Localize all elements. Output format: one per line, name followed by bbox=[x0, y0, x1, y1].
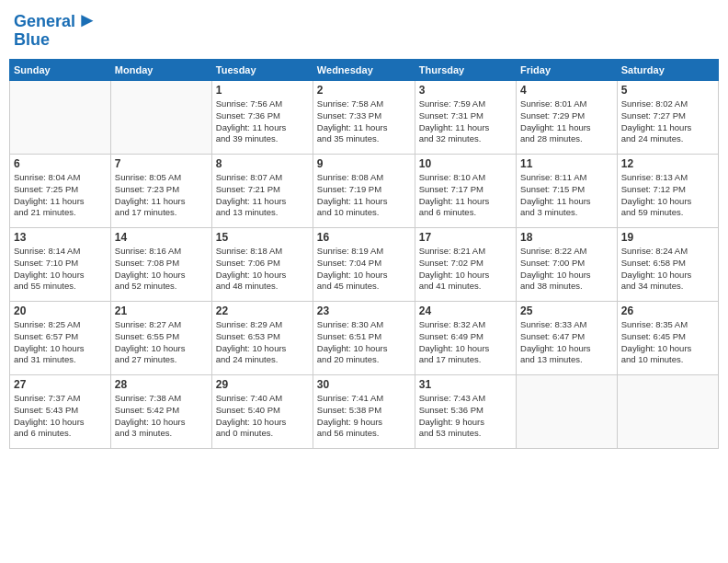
day-number: 9 bbox=[317, 157, 411, 170]
page-header: General► Blue bbox=[9, 9, 719, 50]
day-info: Sunrise: 8:24 AM Sunset: 6:58 PM Dayligh… bbox=[621, 246, 714, 293]
day-info: Sunrise: 8:30 AM Sunset: 6:51 PM Dayligh… bbox=[317, 319, 411, 366]
calendar-cell: 30Sunrise: 7:41 AM Sunset: 5:38 PM Dayli… bbox=[313, 374, 415, 448]
day-number: 16 bbox=[317, 231, 411, 244]
calendar-cell bbox=[617, 374, 718, 448]
weekday-header-saturday: Saturday bbox=[617, 59, 718, 80]
calendar-table: SundayMondayTuesdayWednesdayThursdayFrid… bbox=[9, 59, 719, 449]
calendar-cell: 8Sunrise: 8:07 AM Sunset: 7:21 PM Daylig… bbox=[211, 154, 313, 227]
day-number: 2 bbox=[317, 84, 411, 97]
weekday-header-tuesday: Tuesday bbox=[211, 59, 313, 80]
weekday-header-friday: Friday bbox=[517, 59, 618, 80]
day-number: 29 bbox=[216, 378, 309, 391]
day-info: Sunrise: 8:21 AM Sunset: 7:02 PM Dayligh… bbox=[419, 246, 512, 293]
calendar-cell: 5Sunrise: 8:02 AM Sunset: 7:27 PM Daylig… bbox=[617, 80, 718, 154]
calendar-cell: 2Sunrise: 7:58 AM Sunset: 7:33 PM Daylig… bbox=[313, 80, 415, 154]
calendar-cell: 18Sunrise: 8:22 AM Sunset: 7:00 PM Dayli… bbox=[517, 227, 618, 301]
day-info: Sunrise: 7:56 AM Sunset: 7:36 PM Dayligh… bbox=[216, 98, 309, 145]
calendar-cell: 24Sunrise: 8:32 AM Sunset: 6:49 PM Dayli… bbox=[415, 301, 516, 374]
day-info: Sunrise: 8:22 AM Sunset: 7:00 PM Dayligh… bbox=[520, 246, 613, 293]
calendar-week-2: 6Sunrise: 8:04 AM Sunset: 7:25 PM Daylig… bbox=[10, 154, 719, 227]
weekday-header-sunday: Sunday bbox=[10, 59, 111, 80]
day-info: Sunrise: 8:27 AM Sunset: 6:55 PM Dayligh… bbox=[115, 319, 208, 366]
calendar-cell bbox=[517, 374, 618, 448]
calendar-cell: 23Sunrise: 8:30 AM Sunset: 6:51 PM Dayli… bbox=[313, 301, 415, 374]
day-number: 21 bbox=[115, 304, 208, 317]
day-info: Sunrise: 7:38 AM Sunset: 5:42 PM Dayligh… bbox=[115, 393, 208, 440]
day-number: 31 bbox=[419, 378, 512, 391]
day-number: 17 bbox=[419, 231, 512, 244]
calendar-cell: 22Sunrise: 8:29 AM Sunset: 6:53 PM Dayli… bbox=[211, 301, 313, 374]
calendar-cell: 19Sunrise: 8:24 AM Sunset: 6:58 PM Dayli… bbox=[617, 227, 718, 301]
day-number: 13 bbox=[14, 231, 107, 244]
logo-bird-icon: ► bbox=[77, 8, 97, 31]
calendar-cell: 4Sunrise: 8:01 AM Sunset: 7:29 PM Daylig… bbox=[517, 80, 618, 154]
day-info: Sunrise: 8:33 AM Sunset: 6:47 PM Dayligh… bbox=[520, 319, 613, 366]
day-number: 25 bbox=[520, 304, 613, 317]
day-info: Sunrise: 8:18 AM Sunset: 7:06 PM Dayligh… bbox=[216, 246, 309, 293]
calendar-cell: 25Sunrise: 8:33 AM Sunset: 6:47 PM Dayli… bbox=[517, 301, 618, 374]
day-number: 11 bbox=[520, 157, 613, 170]
day-number: 24 bbox=[419, 304, 512, 317]
day-info: Sunrise: 8:10 AM Sunset: 7:17 PM Dayligh… bbox=[419, 172, 512, 219]
day-info: Sunrise: 8:01 AM Sunset: 7:29 PM Dayligh… bbox=[520, 98, 613, 145]
calendar-cell: 20Sunrise: 8:25 AM Sunset: 6:57 PM Dayli… bbox=[10, 301, 111, 374]
day-info: Sunrise: 8:11 AM Sunset: 7:15 PM Dayligh… bbox=[520, 172, 613, 219]
calendar-cell: 27Sunrise: 7:37 AM Sunset: 5:43 PM Dayli… bbox=[10, 374, 111, 448]
weekday-header-thursday: Thursday bbox=[415, 59, 516, 80]
day-info: Sunrise: 8:19 AM Sunset: 7:04 PM Dayligh… bbox=[317, 246, 411, 293]
calendar-cell: 10Sunrise: 8:10 AM Sunset: 7:17 PM Dayli… bbox=[415, 154, 516, 227]
logo-blue: Blue bbox=[14, 30, 50, 49]
calendar-week-5: 27Sunrise: 7:37 AM Sunset: 5:43 PM Dayli… bbox=[10, 374, 719, 448]
day-number: 10 bbox=[419, 157, 512, 170]
weekday-header-monday: Monday bbox=[110, 59, 211, 80]
weekday-header-row: SundayMondayTuesdayWednesdayThursdayFrid… bbox=[10, 59, 719, 80]
calendar-cell: 17Sunrise: 8:21 AM Sunset: 7:02 PM Dayli… bbox=[415, 227, 516, 301]
calendar-cell: 11Sunrise: 8:11 AM Sunset: 7:15 PM Dayli… bbox=[517, 154, 618, 227]
day-number: 18 bbox=[520, 231, 613, 244]
calendar-cell: 14Sunrise: 8:16 AM Sunset: 7:08 PM Dayli… bbox=[110, 227, 211, 301]
day-number: 12 bbox=[621, 157, 714, 170]
day-number: 15 bbox=[216, 231, 309, 244]
day-info: Sunrise: 8:04 AM Sunset: 7:25 PM Dayligh… bbox=[14, 172, 107, 219]
day-number: 19 bbox=[621, 231, 714, 244]
day-info: Sunrise: 7:59 AM Sunset: 7:31 PM Dayligh… bbox=[419, 98, 512, 145]
day-number: 27 bbox=[14, 378, 107, 391]
logo-general: General bbox=[14, 12, 75, 30]
day-info: Sunrise: 7:40 AM Sunset: 5:40 PM Dayligh… bbox=[216, 393, 309, 440]
day-info: Sunrise: 8:02 AM Sunset: 7:27 PM Dayligh… bbox=[621, 98, 714, 145]
calendar-week-3: 13Sunrise: 8:14 AM Sunset: 7:10 PM Dayli… bbox=[10, 227, 719, 301]
day-info: Sunrise: 8:32 AM Sunset: 6:49 PM Dayligh… bbox=[419, 319, 512, 366]
day-number: 4 bbox=[520, 84, 613, 97]
calendar-cell: 1Sunrise: 7:56 AM Sunset: 7:36 PM Daylig… bbox=[211, 80, 313, 154]
calendar-week-1: 1Sunrise: 7:56 AM Sunset: 7:36 PM Daylig… bbox=[10, 80, 719, 154]
calendar-cell bbox=[10, 80, 111, 154]
calendar-cell: 7Sunrise: 8:05 AM Sunset: 7:23 PM Daylig… bbox=[110, 154, 211, 227]
calendar-cell: 9Sunrise: 8:08 AM Sunset: 7:19 PM Daylig… bbox=[313, 154, 415, 227]
calendar-cell: 16Sunrise: 8:19 AM Sunset: 7:04 PM Dayli… bbox=[313, 227, 415, 301]
day-number: 28 bbox=[115, 378, 208, 391]
day-info: Sunrise: 8:16 AM Sunset: 7:08 PM Dayligh… bbox=[115, 246, 208, 293]
day-number: 20 bbox=[14, 304, 107, 317]
day-number: 5 bbox=[621, 84, 714, 97]
weekday-header-wednesday: Wednesday bbox=[313, 59, 415, 80]
day-info: Sunrise: 8:35 AM Sunset: 6:45 PM Dayligh… bbox=[621, 319, 714, 366]
day-info: Sunrise: 8:07 AM Sunset: 7:21 PM Dayligh… bbox=[216, 172, 309, 219]
calendar-cell: 29Sunrise: 7:40 AM Sunset: 5:40 PM Dayli… bbox=[211, 374, 313, 448]
day-number: 23 bbox=[317, 304, 411, 317]
day-number: 8 bbox=[216, 157, 309, 170]
day-info: Sunrise: 8:13 AM Sunset: 7:12 PM Dayligh… bbox=[621, 172, 714, 219]
logo: General► Blue bbox=[14, 9, 97, 50]
day-number: 14 bbox=[115, 231, 208, 244]
day-info: Sunrise: 7:37 AM Sunset: 5:43 PM Dayligh… bbox=[14, 393, 107, 440]
day-info: Sunrise: 7:43 AM Sunset: 5:36 PM Dayligh… bbox=[419, 393, 512, 440]
calendar-cell: 15Sunrise: 8:18 AM Sunset: 7:06 PM Dayli… bbox=[211, 227, 313, 301]
day-number: 26 bbox=[621, 304, 714, 317]
calendar-cell: 12Sunrise: 8:13 AM Sunset: 7:12 PM Dayli… bbox=[617, 154, 718, 227]
day-number: 3 bbox=[419, 84, 512, 97]
day-info: Sunrise: 8:29 AM Sunset: 6:53 PM Dayligh… bbox=[216, 319, 309, 366]
day-info: Sunrise: 8:25 AM Sunset: 6:57 PM Dayligh… bbox=[14, 319, 107, 366]
calendar-week-4: 20Sunrise: 8:25 AM Sunset: 6:57 PM Dayli… bbox=[10, 301, 719, 374]
day-number: 30 bbox=[317, 378, 411, 391]
calendar-cell: 31Sunrise: 7:43 AM Sunset: 5:36 PM Dayli… bbox=[415, 374, 516, 448]
